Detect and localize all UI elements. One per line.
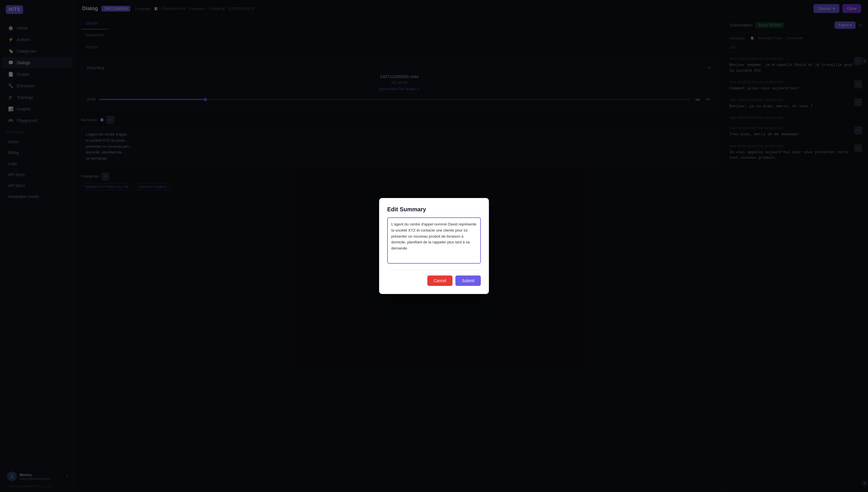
modal-actions: Cancel Submit [387, 275, 481, 286]
summary-textarea[interactable] [387, 217, 481, 264]
cancel-button[interactable]: Cancel [427, 275, 453, 286]
modal-overlay: Edit Summary Cancel Submit [0, 0, 868, 492]
submit-button[interactable]: Submit [455, 275, 481, 286]
modal-divider [387, 270, 481, 270]
modal-title: Edit Summary [387, 206, 481, 213]
edit-summary-modal: Edit Summary Cancel Submit [379, 198, 489, 294]
